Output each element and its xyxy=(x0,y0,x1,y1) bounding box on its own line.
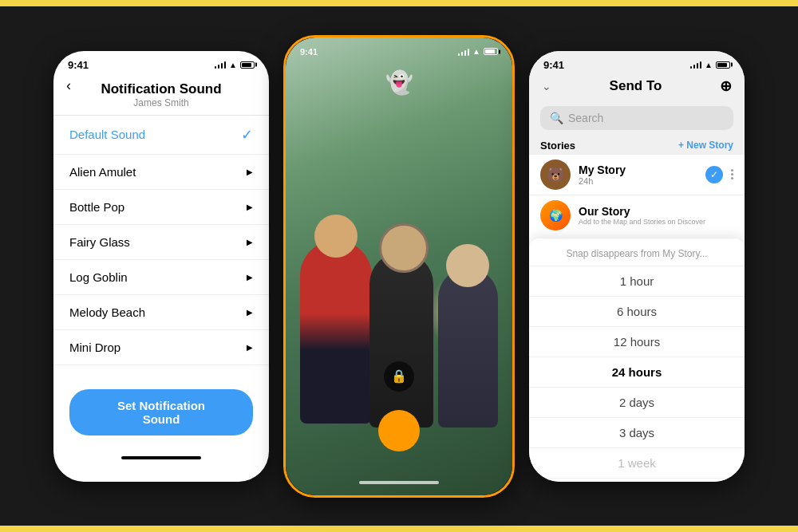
lock-icon: 🔒 xyxy=(384,361,414,392)
our-story-name: Our Story xyxy=(579,205,733,218)
home-bar-1 xyxy=(121,456,201,459)
my-story-info: My Story 24h xyxy=(579,164,697,186)
our-story-item[interactable]: 🌍 Our Story Add to the Map and Stories o… xyxy=(529,195,745,235)
phone-notification-sound: 9:41 ▲ ‹ Notification Sound James Smith … xyxy=(53,51,269,482)
play-icon-melody: ▶ xyxy=(247,308,253,317)
sound-item-goblin[interactable]: Log Goblin ▶ xyxy=(53,260,269,295)
signal-icon-2 xyxy=(458,48,470,56)
set-btn-container: Set Notification Sound xyxy=(53,373,269,451)
sound-label-default: Default Sound xyxy=(69,128,145,141)
search-placeholder: Search xyxy=(568,112,603,124)
story-duration-dropdown: Snap disappears from My Story... 1 hour … xyxy=(529,238,745,482)
my-story-item[interactable]: 🐻 My Story 24h ✓ xyxy=(529,155,745,195)
sound-label-alien: Alien Amulet xyxy=(69,165,136,179)
screen-subtitle-1: James Smith xyxy=(133,97,188,108)
sound-list: Default Sound ✓ Alien Amulet ▶ Bottle Po… xyxy=(53,116,269,365)
set-notification-sound-button[interactable]: Set Notification Sound xyxy=(69,389,253,435)
my-story-name: My Story xyxy=(579,164,697,176)
wifi-icon-1: ▲ xyxy=(229,61,237,69)
sound-label-fairy: Fairy Glass xyxy=(69,235,130,249)
person-figure-3 xyxy=(438,268,498,428)
person-figure-1 xyxy=(300,240,372,424)
check-icon: ✓ xyxy=(241,126,253,144)
our-story-info: Our Story Add to the Map and Stories on … xyxy=(579,205,733,226)
dropdown-item-1hour[interactable]: 1 hour xyxy=(529,266,745,297)
play-icon-goblin: ▶ xyxy=(247,273,253,282)
status-icons-1: ▲ xyxy=(215,61,255,69)
signal-icon-3 xyxy=(690,61,702,69)
back-button[interactable]: ‹ xyxy=(66,77,71,94)
person-figure-2 xyxy=(369,252,433,428)
my-story-options[interactable] xyxy=(731,169,733,179)
my-story-avatar: 🐻 xyxy=(540,160,571,190)
sound-label-mini: Mini Drop xyxy=(69,341,120,354)
camera-status-bar: 9:41 ▲ xyxy=(286,37,512,60)
nav-bar-1: ‹ Notification Sound James Smith xyxy=(53,74,269,116)
camera-view: 9:41 ▲ 👻 🔒 xyxy=(286,37,512,495)
camera-status-icons: ▲ xyxy=(458,47,498,56)
my-story-check: ✓ xyxy=(705,166,723,183)
sound-item-default[interactable]: Default Sound ✓ xyxy=(53,116,269,155)
dropdown-title: Snap disappears from My Story... xyxy=(529,245,745,266)
snapchat-ghost-icon: 👻 xyxy=(385,69,413,96)
add-friend-icon[interactable]: ⊕ xyxy=(720,77,732,95)
our-story-avatar: 🌍 xyxy=(540,200,571,231)
search-icon: 🔍 xyxy=(550,112,563,124)
status-time-3: 9:41 xyxy=(543,59,564,71)
new-story-button[interactable]: + New Story xyxy=(678,140,733,151)
capture-button[interactable] xyxy=(378,410,420,451)
sound-item-alien[interactable]: Alien Amulet ▶ xyxy=(53,155,269,190)
camera-time: 9:41 xyxy=(300,47,318,57)
wifi-icon-2: ▲ xyxy=(472,47,480,56)
dropdown-item-12hours[interactable]: 12 hours xyxy=(529,327,745,357)
send-to-header: ⌄ Send To ⊕ xyxy=(529,74,745,101)
home-bar-2 xyxy=(359,481,439,484)
sound-label-goblin: Log Goblin xyxy=(69,270,128,284)
phones-container: 9:41 ▲ ‹ Notification Sound James Smith … xyxy=(53,35,745,498)
status-icons-3: ▲ xyxy=(690,61,730,69)
dropdown-item-24hours[interactable]: 24 hours xyxy=(529,357,745,388)
stories-label: Stories xyxy=(540,140,575,152)
status-time-1: 9:41 xyxy=(68,59,89,71)
dropdown-item-2days[interactable]: 2 days xyxy=(529,388,745,418)
dropdown-item-1week[interactable]: 1 week xyxy=(529,448,745,479)
search-bar[interactable]: 🔍 Search xyxy=(540,106,733,130)
dropdown-item-6hours[interactable]: 6 hours xyxy=(529,297,745,327)
play-icon-bottle: ▶ xyxy=(247,203,253,211)
status-bar-3: 9:41 ▲ xyxy=(529,51,745,74)
play-icon-fairy: ▶ xyxy=(247,238,253,246)
wifi-icon-3: ▲ xyxy=(705,61,713,69)
stories-section-header: Stories + New Story xyxy=(529,136,745,155)
battery-icon-3 xyxy=(716,61,730,69)
screen-title-1: Notification Sound xyxy=(101,81,221,97)
battery-icon-1 xyxy=(240,61,255,69)
battery-icon-2 xyxy=(484,48,498,55)
my-story-meta: 24h xyxy=(579,176,697,186)
play-icon-mini: ▶ xyxy=(247,343,253,352)
signal-icon-1 xyxy=(215,61,227,69)
play-icon-alien: ▶ xyxy=(247,167,253,176)
sound-item-mini[interactable]: Mini Drop ▶ xyxy=(53,330,269,365)
sound-item-fairy[interactable]: Fairy Glass ▶ xyxy=(53,225,269,260)
sound-label-bottle: Bottle Pop xyxy=(69,200,124,214)
chevron-down-icon[interactable]: ⌄ xyxy=(542,80,551,93)
our-story-meta: Add to the Map and Stories on Discover xyxy=(579,218,733,226)
camera-background: 9:41 ▲ 👻 🔒 xyxy=(286,37,512,495)
send-to-title: Send To xyxy=(610,78,662,94)
phone-send-to: 9:41 ▲ ⌄ Send To ⊕ 🔍 Search Stories + Ne… xyxy=(529,51,745,482)
phone-camera: 9:41 ▲ 👻 🔒 xyxy=(283,35,515,498)
sound-item-bottle[interactable]: Bottle Pop ▶ xyxy=(53,190,269,225)
dropdown-item-3days[interactable]: 3 days xyxy=(529,418,745,448)
status-bar-1: 9:41 ▲ xyxy=(53,51,269,74)
sound-item-melody[interactable]: Melody Beach ▶ xyxy=(53,295,269,330)
sound-label-melody: Melody Beach xyxy=(69,305,145,319)
